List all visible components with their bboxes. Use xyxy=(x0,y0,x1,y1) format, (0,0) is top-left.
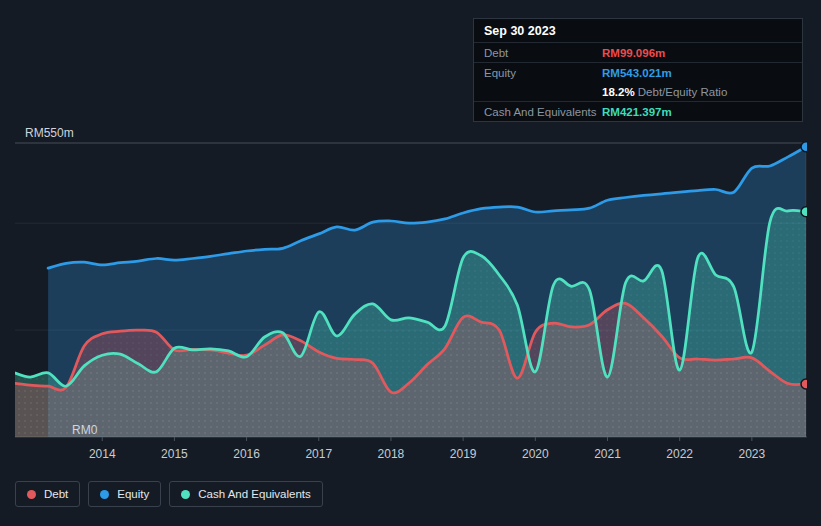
tooltip-row-debt: Debt RM99.096m xyxy=(474,42,802,62)
tooltip-ratio: 18.2% Debt/Equity Ratio xyxy=(602,86,727,98)
y-axis-label-max: RM550m xyxy=(25,126,74,140)
legend-cash-label: Cash And Equivalents xyxy=(198,488,311,500)
end-dot-equity xyxy=(801,142,811,152)
tooltip-cash-label: Cash And Equivalents xyxy=(484,106,602,118)
tooltip-ratio-value: 18.2% xyxy=(602,86,635,98)
x-tick-label-2015: 2015 xyxy=(161,447,188,461)
y-axis-label-zero: RM0 xyxy=(72,423,97,437)
x-tick-label-2018: 2018 xyxy=(378,447,405,461)
tooltip-debt-label: Debt xyxy=(484,47,602,59)
end-dot-cash-and-equivalents xyxy=(801,207,811,217)
tooltip-row-equity: Equity RM543.021m xyxy=(474,62,802,82)
tooltip-debt-value: RM99.096m xyxy=(602,47,665,59)
legend-item-equity[interactable]: Equity xyxy=(88,481,161,507)
chart-tooltip: Sep 30 2023 Debt RM99.096m Equity RM543.… xyxy=(473,18,803,122)
tooltip-equity-label: Equity xyxy=(484,67,602,79)
x-tick-label-2019: 2019 xyxy=(450,447,477,461)
legend-item-cash[interactable]: Cash And Equivalents xyxy=(169,481,323,507)
chart-legend: Debt Equity Cash And Equivalents xyxy=(15,481,323,507)
plot-area xyxy=(12,142,811,437)
debt-dot-icon xyxy=(27,490,36,499)
end-dot-debt xyxy=(801,379,811,389)
x-tick-label-2017: 2017 xyxy=(305,447,332,461)
x-tick-label-2021: 2021 xyxy=(594,447,621,461)
x-tick-label-2022: 2022 xyxy=(666,447,693,461)
equity-dot-icon xyxy=(100,490,109,499)
tooltip-equity-value: RM543.021m xyxy=(602,67,672,79)
tooltip-date: Sep 30 2023 xyxy=(474,19,802,42)
cash-dot-icon xyxy=(181,490,190,499)
x-tick-label-2023: 2023 xyxy=(739,447,766,461)
tooltip-cash-value: RM421.397m xyxy=(602,106,672,118)
legend-debt-label: Debt xyxy=(44,488,68,500)
legend-item-debt[interactable]: Debt xyxy=(15,481,80,507)
x-tick-label-2014: 2014 xyxy=(89,447,116,461)
tooltip-row-ratio: 18.2% Debt/Equity Ratio xyxy=(474,82,802,101)
tooltip-ratio-label: Debt/Equity Ratio xyxy=(635,86,728,98)
tooltip-row-cash: Cash And Equivalents RM421.397m xyxy=(474,101,802,121)
legend-equity-label: Equity xyxy=(117,488,149,500)
x-tick-label-2020: 2020 xyxy=(522,447,549,461)
x-tick-label-2016: 2016 xyxy=(233,447,260,461)
